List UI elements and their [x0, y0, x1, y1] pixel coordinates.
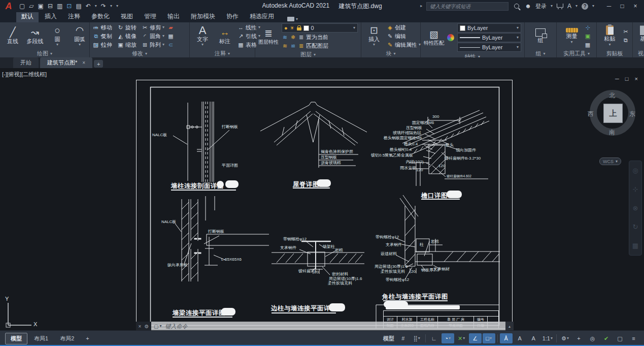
maximize-button[interactable]: □	[616, 0, 629, 12]
quick-select-button[interactable]: ⊹	[585, 23, 591, 32]
signin-dropdown-icon[interactable]: ▾	[551, 4, 553, 8]
ortho-toggle[interactable]: ∟	[428, 333, 440, 343]
circle-button[interactable]: ○圆▾	[48, 25, 67, 47]
command-history-toggle[interactable]: ▴	[505, 322, 514, 330]
panel-view-label[interactable]: 视图▾	[633, 50, 644, 57]
status-menu-button[interactable]: ≡	[627, 333, 640, 343]
circle-flyout-icon[interactable]: ▾	[56, 43, 58, 47]
panel-utilities-label[interactable]: 实用工具▾	[557, 50, 596, 57]
transfer-icon[interactable]: ⊡	[66, 3, 72, 9]
viewcube-top-face[interactable]: 上	[603, 104, 623, 123]
annotation-scale-button[interactable]: 1:1▾	[541, 333, 554, 343]
command-input[interactable]	[164, 323, 503, 330]
stretch-button[interactable]: ⇲拉伸	[93, 41, 112, 49]
command-dropdown-icon[interactable]: ▾	[159, 324, 161, 328]
erase-button[interactable]: ▰	[167, 23, 174, 32]
cut-button[interactable]: ✂	[623, 28, 629, 36]
isodraft-dropdown-icon[interactable]: ▾	[463, 336, 465, 340]
tab-insert[interactable]: 插入	[40, 11, 62, 22]
open-file-icon[interactable]: ▱	[29, 3, 33, 9]
help-dropdown-icon[interactable]: ▾	[592, 4, 594, 8]
close-button[interactable]: ×	[629, 0, 642, 12]
command-line-grip[interactable]: × ⚙	[136, 322, 151, 330]
nav-orbit-icon[interactable]: ↻	[633, 223, 638, 231]
command-input-area[interactable]: ▢▾	[151, 322, 505, 330]
app-store-cart-icon[interactable]	[557, 4, 563, 8]
search-collapse-icon[interactable]: ▸	[420, 4, 422, 8]
tab-featured-apps[interactable]: 精选应用	[245, 11, 279, 22]
redo-button[interactable]: ↷	[101, 3, 106, 9]
tab-view[interactable]: 视图	[116, 11, 138, 22]
autocad-logo-icon[interactable]: A	[0, 0, 17, 12]
panel-block-label[interactable]: 块▾	[361, 50, 420, 57]
ribbon-display-toggle[interactable]: ▾	[284, 16, 301, 22]
command-close-icon[interactable]: ×	[139, 324, 142, 329]
paste-button[interactable]: 粘贴▾	[600, 25, 620, 46]
file-tab-start[interactable]: 开始	[13, 57, 39, 68]
viewcube-west[interactable]: 西	[588, 110, 594, 118]
object-snap-tracking-toggle[interactable]: ∠	[469, 333, 482, 343]
redo-dropdown-icon[interactable]: ▾	[110, 4, 112, 8]
edit-block-button[interactable]: ✎编辑	[387, 32, 421, 40]
snap-toggle[interactable]: ⣿▾	[411, 333, 423, 343]
panel-annotate-label[interactable]: 注释▾	[190, 50, 255, 57]
explode-button[interactable]: ▦	[167, 32, 174, 40]
grid-toggle[interactable]: #	[397, 333, 410, 343]
workspace-dropdown-icon[interactable]: ▾	[567, 336, 569, 340]
tab-home[interactable]: 默认	[16, 11, 39, 22]
fillet-button[interactable]: ◜圆角▾	[142, 32, 164, 40]
qat-customize-icon[interactable]: ▾	[116, 4, 118, 8]
undo-dropdown-icon[interactable]: ▾	[95, 4, 97, 8]
insert-block-button[interactable]: ⊡插入▾	[364, 25, 384, 47]
drawing-canvas[interactable]: [-][俯视][二维线框]	[0, 68, 644, 330]
create-block-button[interactable]: ◈创建	[387, 23, 421, 32]
copy-clip-button[interactable]: ⧉	[623, 37, 629, 45]
scale-button[interactable]: ▣缩放	[117, 41, 137, 49]
polar-tracking-toggle[interactable]: ◔▾	[442, 333, 454, 343]
make-current-button[interactable]: ≋❄≣置为当前	[282, 33, 358, 41]
nav-pan-icon[interactable]: ⊹	[633, 185, 638, 193]
move-button[interactable]: +移动	[93, 23, 112, 32]
minimize-button[interactable]: ─	[602, 0, 616, 12]
polyline-button[interactable]: ↝多段线	[25, 27, 45, 44]
match-layer-button[interactable]: ≋≌≣匹配图层	[282, 42, 358, 50]
clip-button[interactable]: ⊂	[167, 41, 174, 49]
help-icon[interactable]: ?	[582, 3, 588, 10]
file-tab-document[interactable]: 建筑节点图*×	[40, 57, 92, 68]
layout-tab-model[interactable]: 模型	[5, 333, 27, 344]
viewcube-north[interactable]: 北	[609, 91, 615, 100]
nav-zoom-icon[interactable]: ⊗	[633, 204, 638, 212]
tab-close-icon[interactable]: ×	[82, 60, 85, 66]
panel-groups-label[interactable]: 组▾	[525, 50, 556, 57]
text-button[interactable]: A文字▾	[193, 25, 212, 47]
select-all-button[interactable]: ▣	[585, 32, 591, 40]
layout-tab-2[interactable]: 布局2	[55, 333, 79, 344]
layout-tab-1[interactable]: 布局1	[29, 333, 53, 344]
search-icon[interactable]	[514, 4, 519, 9]
quick-calc-button[interactable]: ▦	[585, 41, 591, 49]
tab-collaborate[interactable]: 协作	[221, 11, 244, 22]
search-input[interactable]	[429, 3, 506, 10]
viewcube-south[interactable]: 南	[609, 128, 615, 137]
sign-in-label[interactable]: 登录	[535, 3, 547, 10]
polar-dropdown-icon[interactable]: ▾	[449, 336, 451, 340]
isolate-objects-button[interactable]: ◎	[586, 333, 599, 343]
measure-button[interactable]: 测量▾	[562, 28, 582, 44]
lineweight-dropdown[interactable]: ByLayer▾	[457, 33, 521, 42]
object-color-dropdown[interactable]: ByLayer▾	[457, 23, 521, 33]
print-icon[interactable]: ▤	[76, 3, 81, 9]
command-icon[interactable]: ▢▾	[154, 324, 161, 329]
new-drawing-tab-button[interactable]: +	[94, 60, 103, 68]
tab-parametric[interactable]: 参数化	[86, 11, 115, 22]
help-search-box[interactable]	[426, 2, 509, 11]
annotation-autoscale-toggle[interactable]: A	[514, 333, 526, 343]
save-as-icon[interactable]: ⊟	[48, 3, 53, 9]
arc-flyout-icon[interactable]: ▾	[79, 43, 81, 47]
array-button[interactable]: ⊞阵列▾	[142, 41, 164, 49]
new-file-icon[interactable]: ▢	[19, 3, 25, 9]
plot-icon[interactable]: ▥	[57, 3, 62, 9]
layer-properties-button[interactable]: ≣图层特性	[258, 28, 279, 45]
linetype-dropdown[interactable]: ByLayer▾	[457, 43, 521, 52]
osnap-dropdown-icon[interactable]: ▾	[490, 336, 492, 340]
viewport-restore-icon[interactable]: □	[625, 76, 629, 82]
